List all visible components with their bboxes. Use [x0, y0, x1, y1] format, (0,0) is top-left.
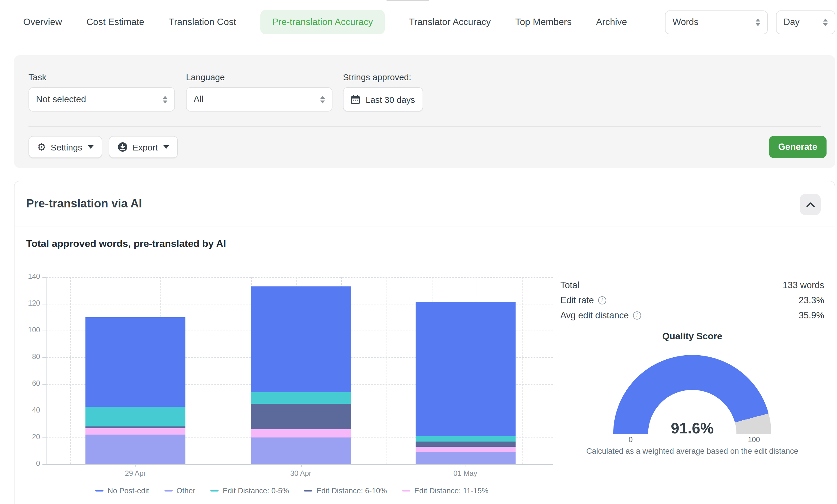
chevron-up-icon: [806, 202, 815, 207]
bar-segment: [415, 302, 515, 436]
chart-legend: No Post-editOtherEdit Distance: 0-5%Edit…: [95, 486, 488, 495]
quality-score-gauge: 91.6%: [613, 355, 771, 434]
x-axis-label: 30 Apr: [278, 469, 324, 478]
collapse-section-button[interactable]: [800, 194, 821, 215]
summary-stats: Total133 wordsEdit ratei23.3%Avg edit di…: [560, 278, 824, 323]
language-select-value: All: [194, 94, 203, 105]
date-range-button[interactable]: Last 30 days: [343, 87, 423, 111]
export-button-label: Export: [132, 142, 158, 152]
nav-selects: Words Day: [665, 10, 835, 34]
tab-cost-estimate[interactable]: Cost Estimate: [86, 17, 144, 27]
report-tabs: OverviewCost EstimateTranslation CostPre…: [23, 10, 627, 34]
generate-button[interactable]: Generate: [769, 136, 826, 158]
gauge-caption: Calculated as a weighted average based o…: [554, 447, 830, 455]
filters-divider: [29, 126, 821, 127]
stat-label-text: Edit rate: [560, 295, 594, 306]
tab-top-members[interactable]: Top Members: [515, 17, 572, 27]
y-axis-label: 60: [15, 379, 40, 388]
x-axis-tick: [136, 464, 136, 467]
period-select[interactable]: Day: [776, 10, 835, 34]
y-axis-line: [46, 277, 47, 464]
settings-button-label: Settings: [51, 142, 82, 152]
section-divider: [15, 227, 835, 227]
language-select[interactable]: All: [186, 87, 333, 111]
gauge-min-label: 0: [613, 436, 648, 444]
y-axis-label: 140: [15, 272, 40, 280]
legend-item[interactable]: Edit Distance: 11-15%: [402, 486, 488, 495]
info-icon[interactable]: i: [633, 311, 641, 320]
stat-value: 23.3%: [799, 295, 824, 306]
settings-button[interactable]: ⚙ Settings: [29, 136, 103, 158]
stat-value: 133 words: [783, 280, 824, 290]
bar-30-apr[interactable]: [251, 286, 351, 464]
legend-swatch: [95, 490, 104, 492]
gauge-title: Quality Score: [613, 331, 771, 342]
tab-overview[interactable]: Overview: [23, 17, 62, 27]
bar-segment: [415, 447, 515, 452]
strings-approved-label: Strings approved:: [343, 72, 411, 82]
bar-segment: [86, 435, 185, 464]
tab-pre-translation-accuracy[interactable]: Pre-translation Accuracy: [261, 10, 385, 34]
info-icon[interactable]: i: [598, 296, 606, 304]
stat-label: Total: [560, 280, 580, 290]
calendar-icon: [351, 94, 360, 104]
bar-segment: [251, 404, 351, 430]
y-axis-label: 40: [15, 406, 40, 414]
task-select-value: Not selected: [36, 94, 86, 105]
bar-segment: [251, 286, 351, 392]
gauge-value: 91.6%: [613, 419, 771, 437]
legend-item[interactable]: Edit Distance: 0-5%: [210, 486, 289, 495]
bar-segment: [415, 452, 515, 464]
y-axis-tick: [42, 411, 46, 411]
legend-swatch: [164, 490, 172, 492]
chevron-down-icon: [164, 145, 170, 149]
tab-archive[interactable]: Archive: [596, 17, 627, 27]
x-gridline: [387, 277, 387, 464]
period-select-value: Day: [784, 17, 800, 27]
bar-01-may[interactable]: [415, 302, 515, 464]
stat-value: 35.9%: [799, 310, 824, 321]
x-axis-line: [46, 464, 553, 465]
reports-page: OverviewCost EstimateTranslation CostPre…: [0, 0, 837, 504]
y-axis-tick: [42, 330, 46, 331]
report-tabs-bar: OverviewCost EstimateTranslation CostPre…: [0, 0, 837, 44]
stat-label-text: Total: [560, 280, 580, 290]
tab-translator-accuracy[interactable]: Translator Accuracy: [409, 17, 491, 27]
y-axis-label: 100: [15, 326, 40, 334]
x-gridline: [206, 277, 206, 464]
bar-segment: [86, 407, 185, 427]
legend-item[interactable]: No Post-edit: [95, 486, 149, 495]
bar-segment: [415, 442, 515, 447]
bar-segment: [251, 437, 351, 464]
legend-swatch: [210, 490, 218, 492]
tab-translation-cost[interactable]: Translation Cost: [169, 17, 236, 27]
stat-label: Edit ratei: [560, 295, 606, 306]
x-axis-label: 01 May: [442, 469, 488, 478]
up-down-arrows-icon: [755, 18, 760, 26]
stat-label-text: Avg edit distance: [560, 310, 629, 321]
export-button[interactable]: Export: [109, 136, 178, 158]
y-axis-label: 0: [15, 460, 40, 468]
language-label: Language: [186, 72, 225, 82]
chart-title: Total approved words, pre-translated by …: [26, 238, 226, 250]
legend-item[interactable]: Other: [164, 486, 195, 495]
x-gridline: [70, 277, 71, 464]
unit-select[interactable]: Words: [665, 10, 768, 34]
gear-icon: ⚙: [37, 142, 46, 152]
bar-segment: [251, 392, 351, 404]
y-axis-tick: [42, 464, 46, 465]
legend-item[interactable]: Edit Distance: 6-10%: [304, 486, 387, 495]
stat-row: Avg edit distancei35.9%: [560, 308, 824, 323]
report-filters-panel: Task Not selected Language All Strings a…: [14, 55, 835, 168]
bar-segment: [86, 428, 185, 435]
y-axis-label: 20: [15, 433, 40, 441]
up-down-arrows-icon: [163, 95, 167, 103]
legend-swatch: [402, 490, 410, 492]
legend-label: Other: [176, 486, 195, 495]
up-down-arrows-icon: [320, 95, 325, 103]
download-circle-icon: [118, 142, 128, 152]
stat-row: Total133 words: [560, 278, 824, 293]
clipped-element-edge: [387, 0, 429, 1]
bar-29-apr[interactable]: [86, 317, 185, 464]
task-select[interactable]: Not selected: [29, 87, 175, 111]
